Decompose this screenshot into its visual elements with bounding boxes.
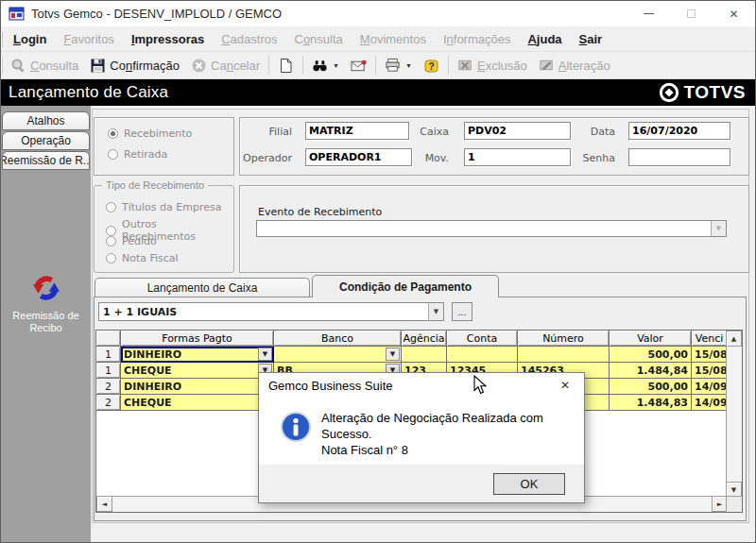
menu-item-informacoes[interactable]: Informações — [435, 32, 520, 46]
ok-button[interactable]: OK — [493, 473, 565, 495]
toolbar-button-printer[interactable]: ▼ — [379, 56, 418, 76]
radio-retirada[interactable]: Retirada — [108, 148, 167, 161]
sidebar-tab-reemissao[interactable]: Reemissão de R... — [2, 151, 90, 170]
grid-vertical-scrollbar[interactable]: ▲ ▼ — [726, 331, 742, 498]
menu-item-login[interactable]: Login — [5, 32, 55, 46]
cell-venc[interactable]: 15/08/2 — [692, 363, 728, 379]
cell-numero[interactable] — [518, 347, 610, 363]
cell-venc[interactable]: 15/08/2 — [692, 347, 728, 363]
chevron-down-icon[interactable]: ▼ — [386, 348, 400, 361]
cell-valor[interactable]: 500,00 — [610, 379, 692, 395]
row-number: 1 — [96, 363, 121, 379]
grid-header-rownum[interactable] — [96, 331, 121, 347]
radio-nota-fiscal[interactable]: Nota Fiscal — [106, 252, 179, 264]
tab-condicao-pagamento[interactable]: Condição de Pagamento — [312, 275, 499, 297]
evento-recebimento-combobox[interactable]: ▼ — [256, 220, 727, 237]
toolbar-button-help[interactable]: ? — [418, 56, 445, 76]
radio-recebimento[interactable]: Recebimento — [108, 127, 192, 140]
window-title: Totvs Gemco - DESENV_IMPLOLD / GEMCO — [31, 7, 282, 21]
caixa-input[interactable]: PDV02 — [464, 122, 571, 140]
filial-input[interactable]: MATRIZ — [305, 122, 409, 140]
senha-input[interactable] — [628, 148, 730, 166]
menu-item-movimentos[interactable]: Movimentos — [352, 32, 435, 46]
toolbar-button-binoculars[interactable]: ▼ — [306, 56, 345, 76]
row-number: 1 — [96, 347, 121, 363]
dialog-title: Gemco Business Suite — [268, 379, 393, 393]
grid-header-venci[interactable]: Venci — [692, 331, 728, 347]
app-window: Totvs Gemco - DESENV_IMPLOLD / GEMCO ✕ L… — [0, 0, 756, 543]
chevron-down-icon[interactable]: ▼ — [405, 62, 412, 69]
cell-forma[interactable]: DINHEIRO — [121, 379, 274, 395]
chevron-down-icon[interactable]: ▼ — [258, 348, 272, 361]
cell-forma[interactable]: DINHEIRO▼ — [121, 347, 274, 363]
sidebar-tab-atalhos[interactable]: Atalhos — [2, 111, 90, 130]
menu-item-impressoras[interactable]: Impressoras — [123, 32, 213, 46]
grid-header-agencia[interactable]: Agência — [402, 331, 447, 347]
toolbar-button-exclusao[interactable]: Exclusão — [452, 56, 533, 76]
close-icon[interactable]: ✕ — [713, 1, 755, 26]
toolbar-button-alteracao[interactable]: Alteração — [533, 56, 616, 76]
cell-venc[interactable]: 14/09/2 — [692, 395, 728, 411]
operation-panel: Recebimento Retirada — [94, 117, 234, 176]
dialog-body: Alteração de Negociação Realizada com Su… — [259, 398, 584, 466]
more-options-button[interactable]: ... — [452, 302, 472, 321]
cell-forma[interactable]: CHEQUE▼ — [121, 363, 274, 379]
chevron-down-icon[interactable]: ▼ — [711, 221, 726, 236]
condicao-pagamento-combobox[interactable]: 1 + 1 IGUAIS ▼ — [98, 302, 444, 321]
menu-item-consulta[interactable]: Consulta — [285, 32, 351, 46]
cell-conta[interactable] — [447, 347, 518, 363]
grid-header-conta[interactable]: Conta — [447, 331, 518, 347]
save-icon — [90, 58, 106, 74]
minimize-icon[interactable] — [627, 1, 670, 26]
row-number: 2 — [96, 395, 121, 411]
radio-pedido[interactable]: Pedido — [106, 235, 157, 247]
cell-venc[interactable]: 14/09/2 — [692, 379, 728, 395]
radio-dot — [106, 202, 116, 212]
chevron-down-icon[interactable]: ▼ — [428, 303, 443, 320]
radio-titulos-da-empresa[interactable]: Títulos da Empresa — [106, 201, 221, 213]
caixa-label: Caixa — [415, 126, 449, 138]
help-icon: ? — [423, 58, 439, 74]
chevron-down-icon[interactable]: ▼ — [333, 62, 339, 69]
cell-banco[interactable]: ▼ — [274, 347, 402, 363]
totvs-logo-text: TOTVS — [684, 82, 747, 103]
cell-valor[interactable]: 500,00 — [610, 347, 692, 363]
reemissao-recibo-icon[interactable] — [32, 274, 60, 302]
mov-input[interactable]: 1 — [464, 148, 571, 166]
toolbar-button-consulta[interactable]: Consulta — [5, 56, 84, 76]
radio-dot — [106, 226, 116, 236]
scroll-left-icon[interactable]: ◄ — [96, 496, 112, 512]
cell-valor[interactable]: 1.484,84 — [610, 363, 692, 379]
row-number: 2 — [96, 379, 121, 395]
dialog-footer: OK — [259, 465, 584, 502]
operador-input[interactable]: OPERADOR1 — [305, 148, 412, 166]
sidebar-shortcut-label[interactable]: Reemissão de Recibo — [5, 310, 87, 334]
data-input[interactable]: 16/07/2020 — [628, 122, 730, 140]
grid-header-banco[interactable]: Banco — [274, 331, 402, 347]
toolbar-button-mail[interactable] — [345, 56, 372, 76]
menu-item-cadastros[interactable]: Cadastros — [213, 32, 285, 46]
menu-item-ajuda[interactable]: Ajuda — [519, 32, 570, 46]
toolbar-button-confirmacao[interactable]: Confirmação — [84, 56, 185, 76]
tipo-recebimento-title: Tipo de Recebimento — [102, 179, 208, 191]
dialog-message-line1: Alteração de Negociação Realizada com Su… — [321, 410, 584, 442]
maximize-icon[interactable] — [670, 1, 713, 26]
menu-item-sair[interactable]: Sair — [571, 32, 611, 46]
sidebar-tab-operacao[interactable]: Operação — [2, 131, 90, 150]
cell-forma[interactable]: CHEQUE — [121, 395, 274, 411]
tab-lancamento-caixa[interactable]: Lançamento de Caixa — [94, 278, 310, 297]
grid-header-formas-pagto[interactable]: Formas Pagto — [121, 331, 274, 347]
toolbar-button-cancelar[interactable]: Cancelar — [185, 56, 266, 76]
grid-header-numero[interactable]: Número — [518, 331, 610, 347]
toolbar-button-new-document[interactable] — [272, 56, 300, 76]
cell-agencia[interactable] — [402, 347, 447, 363]
scroll-up-icon[interactable]: ▲ — [726, 331, 742, 347]
dialog-title-bar: Gemco Business Suite ✕ — [259, 373, 584, 398]
menu-bar: LoginFavoritosImpressorasCadastrosConsul… — [1, 26, 755, 52]
menu-item-favoritos[interactable]: Favoritos — [55, 32, 122, 46]
radio-label: Nota Fiscal — [122, 252, 179, 264]
grid-header-valor[interactable]: Valor — [610, 331, 692, 347]
printer-icon — [385, 58, 401, 74]
dialog-close-icon[interactable]: ✕ — [546, 373, 584, 398]
cell-valor[interactable]: 1.484,83 — [610, 395, 692, 411]
